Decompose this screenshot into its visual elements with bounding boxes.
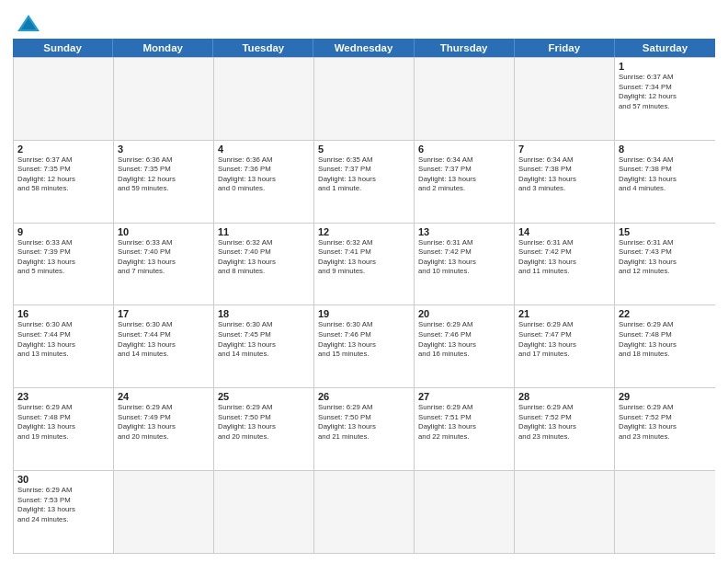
calendar-cell: 15Sunrise: 6:31 AM Sunset: 7:43 PM Dayli…: [615, 224, 715, 305]
day-info: Sunrise: 6:29 AM Sunset: 7:47 PM Dayligh…: [518, 320, 610, 359]
calendar-cell: 13Sunrise: 6:31 AM Sunset: 7:42 PM Dayli…: [415, 224, 515, 305]
weekday-header-monday: Monday: [113, 39, 213, 57]
weekday-header-sunday: Sunday: [13, 39, 113, 57]
calendar-cell: [515, 471, 615, 553]
calendar-cell: 4Sunrise: 6:36 AM Sunset: 7:36 PM Daylig…: [214, 141, 314, 223]
day-info: Sunrise: 6:31 AM Sunset: 7:42 PM Dayligh…: [418, 238, 510, 277]
day-info: Sunrise: 6:30 AM Sunset: 7:44 PM Dayligh…: [118, 320, 210, 359]
day-number: 7: [518, 144, 610, 155]
weekday-header-saturday: Saturday: [615, 39, 715, 57]
day-number: 25: [218, 391, 310, 402]
weekday-header-wednesday: Wednesday: [313, 39, 414, 57]
calendar-cell: 25Sunrise: 6:29 AM Sunset: 7:50 PM Dayli…: [214, 388, 314, 470]
day-info: Sunrise: 6:32 AM Sunset: 7:40 PM Dayligh…: [218, 238, 310, 277]
header: [13, 9, 715, 33]
calendar-row-1: 2Sunrise: 6:37 AM Sunset: 7:35 PM Daylig…: [14, 141, 715, 224]
calendar-cell: [214, 471, 314, 553]
calendar-cell: [515, 58, 615, 140]
calendar-cell: 29Sunrise: 6:29 AM Sunset: 7:52 PM Dayli…: [615, 388, 715, 470]
day-number: 20: [418, 308, 510, 319]
day-info: Sunrise: 6:29 AM Sunset: 7:48 PM Dayligh…: [17, 403, 109, 442]
day-info: Sunrise: 6:30 AM Sunset: 7:44 PM Dayligh…: [17, 320, 109, 359]
day-number: 27: [418, 391, 510, 402]
day-info: Sunrise: 6:30 AM Sunset: 7:46 PM Dayligh…: [318, 320, 410, 359]
day-number: 12: [318, 226, 410, 237]
calendar-cell: 19Sunrise: 6:30 AM Sunset: 7:46 PM Dayli…: [314, 305, 415, 387]
day-info: Sunrise: 6:30 AM Sunset: 7:45 PM Dayligh…: [218, 320, 310, 359]
day-info: Sunrise: 6:29 AM Sunset: 7:50 PM Dayligh…: [218, 403, 310, 442]
calendar-cell: 9Sunrise: 6:33 AM Sunset: 7:39 PM Daylig…: [14, 224, 114, 305]
calendar-row-2: 9Sunrise: 6:33 AM Sunset: 7:39 PM Daylig…: [14, 224, 715, 306]
day-info: Sunrise: 6:31 AM Sunset: 7:42 PM Dayligh…: [518, 238, 610, 277]
calendar-cell: 16Sunrise: 6:30 AM Sunset: 7:44 PM Dayli…: [14, 305, 114, 387]
day-info: Sunrise: 6:35 AM Sunset: 7:37 PM Dayligh…: [318, 155, 410, 194]
calendar-row-3: 16Sunrise: 6:30 AM Sunset: 7:44 PM Dayli…: [14, 305, 715, 388]
calendar-cell: 21Sunrise: 6:29 AM Sunset: 7:47 PM Dayli…: [515, 305, 615, 387]
day-info: Sunrise: 6:37 AM Sunset: 7:35 PM Dayligh…: [17, 155, 109, 194]
calendar-row-4: 23Sunrise: 6:29 AM Sunset: 7:48 PM Dayli…: [14, 388, 715, 471]
day-info: Sunrise: 6:29 AM Sunset: 7:48 PM Dayligh…: [619, 320, 711, 359]
day-number: 23: [17, 391, 109, 402]
calendar-cell: 30Sunrise: 6:29 AM Sunset: 7:53 PM Dayli…: [14, 471, 114, 553]
day-info: Sunrise: 6:36 AM Sunset: 7:35 PM Dayligh…: [118, 155, 210, 194]
calendar-cell: [615, 471, 715, 553]
calendar-cell: 12Sunrise: 6:32 AM Sunset: 7:41 PM Dayli…: [314, 224, 415, 305]
calendar-cell: [314, 471, 415, 553]
calendar-cell: [114, 58, 214, 140]
day-number: 3: [118, 144, 210, 155]
calendar-cell: [314, 58, 415, 140]
calendar-cell: 5Sunrise: 6:35 AM Sunset: 7:37 PM Daylig…: [314, 141, 415, 223]
day-info: Sunrise: 6:29 AM Sunset: 7:52 PM Dayligh…: [518, 403, 610, 442]
calendar-cell: 10Sunrise: 6:33 AM Sunset: 7:40 PM Dayli…: [114, 224, 214, 305]
calendar-body: 1Sunrise: 6:37 AM Sunset: 7:34 PM Daylig…: [13, 57, 715, 554]
calendar-cell: 24Sunrise: 6:29 AM Sunset: 7:49 PM Dayli…: [114, 388, 214, 470]
day-number: 4: [218, 144, 310, 155]
calendar-cell: 23Sunrise: 6:29 AM Sunset: 7:48 PM Dayli…: [14, 388, 114, 470]
calendar-cell: 27Sunrise: 6:29 AM Sunset: 7:51 PM Dayli…: [415, 388, 515, 470]
calendar-cell: 14Sunrise: 6:31 AM Sunset: 7:42 PM Dayli…: [515, 224, 615, 305]
day-number: 2: [17, 144, 109, 155]
calendar-row-0: 1Sunrise: 6:37 AM Sunset: 7:34 PM Daylig…: [14, 58, 715, 141]
calendar-cell: 3Sunrise: 6:36 AM Sunset: 7:35 PM Daylig…: [114, 141, 214, 223]
calendar-cell: 1Sunrise: 6:37 AM Sunset: 7:34 PM Daylig…: [615, 58, 715, 140]
day-info: Sunrise: 6:36 AM Sunset: 7:36 PM Dayligh…: [218, 155, 310, 194]
calendar-cell: [14, 58, 114, 140]
calendar-cell: [415, 58, 515, 140]
calendar-cell: 28Sunrise: 6:29 AM Sunset: 7:52 PM Dayli…: [515, 388, 615, 470]
logo: [13, 13, 41, 33]
day-number: 10: [118, 226, 210, 237]
day-number: 13: [418, 226, 510, 237]
day-number: 24: [118, 391, 210, 402]
day-number: 5: [318, 144, 410, 155]
day-info: Sunrise: 6:29 AM Sunset: 7:46 PM Dayligh…: [418, 320, 510, 359]
day-number: 17: [118, 308, 210, 319]
day-info: Sunrise: 6:29 AM Sunset: 7:53 PM Dayligh…: [17, 486, 109, 524]
day-number: 18: [218, 308, 310, 319]
day-number: 26: [318, 391, 410, 402]
calendar-cell: 22Sunrise: 6:29 AM Sunset: 7:48 PM Dayli…: [615, 305, 715, 387]
day-info: Sunrise: 6:34 AM Sunset: 7:38 PM Dayligh…: [619, 155, 711, 194]
day-number: 6: [418, 144, 510, 155]
day-number: 9: [17, 226, 109, 237]
calendar-cell: 20Sunrise: 6:29 AM Sunset: 7:46 PM Dayli…: [415, 305, 515, 387]
day-info: Sunrise: 6:29 AM Sunset: 7:49 PM Dayligh…: [118, 403, 210, 442]
calendar-cell: 2Sunrise: 6:37 AM Sunset: 7:35 PM Daylig…: [14, 141, 114, 223]
calendar-cell: 8Sunrise: 6:34 AM Sunset: 7:38 PM Daylig…: [615, 141, 715, 223]
day-number: 22: [619, 308, 711, 319]
calendar-header: SundayMondayTuesdayWednesdayThursdayFrid…: [13, 39, 715, 57]
weekday-header-thursday: Thursday: [415, 39, 515, 57]
calendar-cell: [214, 58, 314, 140]
day-number: 28: [518, 391, 610, 402]
day-number: 16: [17, 308, 109, 319]
calendar: SundayMondayTuesdayWednesdayThursdayFrid…: [13, 39, 715, 554]
day-number: 11: [218, 226, 310, 237]
day-number: 21: [518, 308, 610, 319]
calendar-cell: 11Sunrise: 6:32 AM Sunset: 7:40 PM Dayli…: [214, 224, 314, 305]
calendar-cell: 17Sunrise: 6:30 AM Sunset: 7:44 PM Dayli…: [114, 305, 214, 387]
day-info: Sunrise: 6:32 AM Sunset: 7:41 PM Dayligh…: [318, 238, 410, 277]
day-info: Sunrise: 6:29 AM Sunset: 7:52 PM Dayligh…: [619, 403, 711, 442]
day-number: 15: [619, 226, 711, 237]
day-info: Sunrise: 6:33 AM Sunset: 7:40 PM Dayligh…: [118, 238, 210, 277]
day-number: 19: [318, 308, 410, 319]
day-number: 30: [17, 474, 109, 485]
